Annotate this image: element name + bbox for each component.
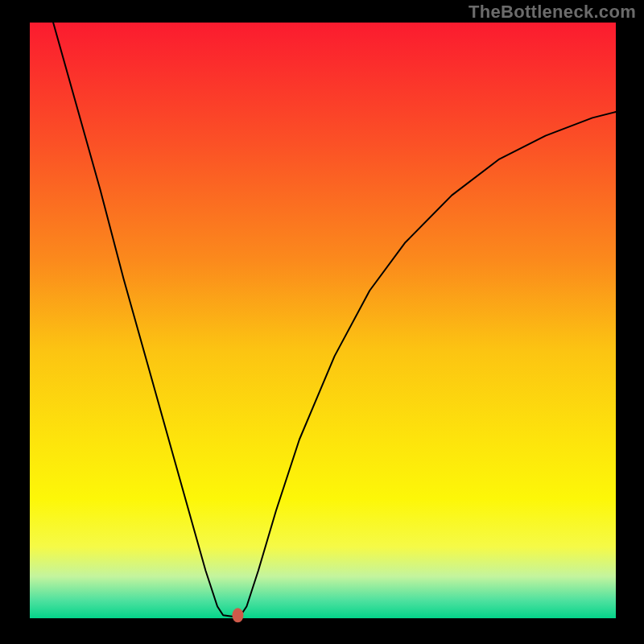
- chart-frame: TheBottleneck.com: [0, 0, 644, 644]
- watermark-text: TheBottleneck.com: [469, 2, 636, 23]
- optimum-marker: [232, 608, 243, 622]
- bottleneck-chart: [0, 0, 644, 644]
- plot-background: [30, 23, 616, 618]
